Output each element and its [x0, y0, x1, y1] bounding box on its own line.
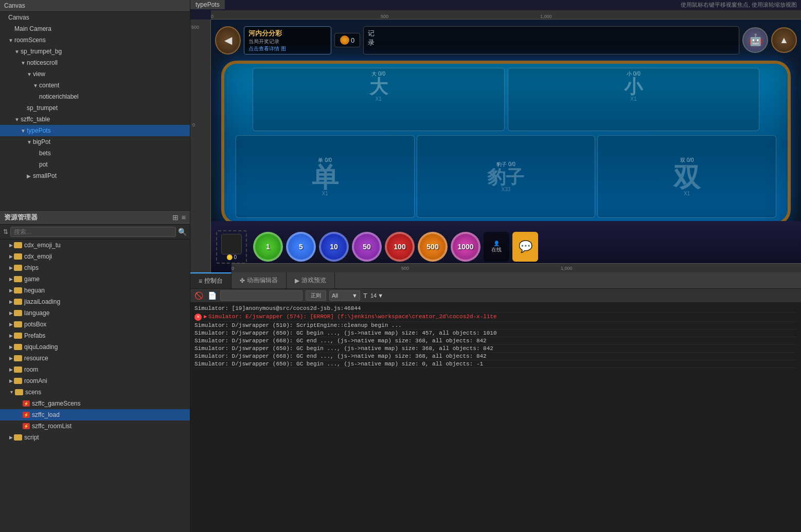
leopard-char: 豹子	[487, 168, 524, 187]
folder-icon-heguan	[14, 287, 22, 293]
sort-icon[interactable]: ⇅	[3, 228, 8, 235]
console-log-area: Simulator: [19]anonymous@src/cocos2d-jsb…	[190, 303, 801, 532]
hierarchy-item-szffc_table[interactable]: szffc_table	[0, 114, 190, 125]
game-view: typePots 使用鼠标右键平移视窗焦点, 使用滚轮缩放视图 500 0 0 …	[190, 0, 801, 272]
console-tab-icon: ≡	[199, 278, 202, 285]
asset-menu-icon[interactable]: ≡	[182, 213, 186, 222]
asset-grid-icon[interactable]: ⊞	[172, 213, 179, 222]
hierarchy-label-roomscens: roomScens	[14, 36, 46, 44]
error-indicator-1: ✕	[194, 314, 202, 321]
asset-item-game[interactable]: ▶game	[0, 273, 190, 285]
hierarchy-arrow-szffc_table	[14, 117, 21, 122]
asset-item-roomAni[interactable]: ▶roomAni	[0, 375, 190, 387]
chip-100[interactable]: 100	[385, 232, 415, 262]
asset-label-szffc_load: szffc_load	[32, 411, 60, 418]
bet-zone-leopard[interactable]: 豹子 0/0 豹子 X33	[417, 135, 596, 218]
asset-item-potsBox[interactable]: ▶potsBox	[0, 319, 190, 330]
animation-tab-icon: ✤	[240, 277, 245, 284]
chip-500[interactable]: 500	[418, 232, 448, 262]
hierarchy-item-noticerichlabel[interactable]: noticerichlabel	[0, 91, 190, 102]
asset-item-Prefabs[interactable]: ▶Prefabs	[0, 330, 190, 341]
asset-item-jiazaiLoading[interactable]: ▶jiazaiLoading	[0, 296, 190, 307]
hierarchy-item-canvas[interactable]: Canvas	[0, 12, 190, 23]
online-button[interactable]: 👤 在线	[484, 232, 509, 262]
asset-item-szffc_gameScens[interactable]: ⚡szffc_gameScens	[0, 398, 190, 409]
tab-console[interactable]: ≡ 控制台	[190, 272, 232, 288]
robot-button[interactable]: 🤖	[742, 27, 768, 53]
asset-arrow-Prefabs: ▶	[9, 333, 13, 338]
chat-button[interactable]: 💬	[512, 232, 538, 262]
asset-arrow-game: ▶	[9, 277, 13, 282]
asset-header-icons: ⊞ ≡	[172, 213, 186, 222]
asset-search-button[interactable]: 🔍	[178, 228, 187, 236]
asset-item-room[interactable]: ▶room	[0, 364, 190, 375]
hierarchy-item-smallPot[interactable]: smallPot	[0, 170, 190, 181]
expand-arrow-1[interactable]: ▶	[204, 313, 207, 320]
bet-zone-single[interactable]: 单 0/0 单 X1	[236, 135, 415, 218]
asset-item-szffc_roomList[interactable]: ⚡szffc_roomList	[0, 420, 190, 432]
back-button[interactable]: ◀	[215, 26, 241, 54]
asset-label-room: room	[24, 366, 38, 373]
hierarchy-item-main-camera[interactable]: Main Camera	[0, 23, 190, 34]
folder-icon-cdx_emoji	[14, 253, 22, 260]
hierarchy-item-bets[interactable]: bets	[0, 148, 190, 159]
hierarchy-label-bets: bets	[39, 150, 51, 157]
asset-item-qiquLoading[interactable]: ▶qiquLoading	[0, 341, 190, 353]
hierarchy-item-pot[interactable]: pot	[0, 159, 190, 170]
hierarchy-item-noticescroll[interactable]: noticescroll	[0, 57, 190, 68]
hierarchy-item-sp_trumpet_bg[interactable]: sp_trumpet_bg	[0, 46, 190, 57]
hierarchy-arrow-view	[27, 71, 33, 77]
tab-animation[interactable]: ✤ 动画编辑器	[232, 272, 287, 288]
asset-label-cdx_emoji: cdx_emoji	[24, 253, 52, 260]
hierarchy-label-pot: pot	[39, 161, 48, 168]
game-canvas-content: ◀ 河内分分彩 当局开奖记录 点击查看详情 图 0 记录 🤖	[211, 20, 801, 272]
hierarchy-item-sp_trumpet[interactable]: sp_trumpet	[0, 102, 190, 114]
chip-1000[interactable]: 1000	[451, 232, 480, 262]
chip-50[interactable]: 50	[352, 232, 382, 262]
font-size-arrow[interactable]: ▼	[378, 292, 383, 299]
folder-icon-game	[14, 276, 22, 282]
asset-search-input[interactable]	[10, 227, 176, 237]
asset-item-script[interactable]: ▶script	[0, 432, 190, 443]
back-icon: ◀	[224, 34, 232, 46]
hierarchy-item-typePots[interactable]: typePots	[0, 125, 190, 136]
console-clear-button[interactable]: 🚫	[193, 290, 204, 301]
hierarchy-item-roomscens[interactable]: roomScens	[0, 34, 190, 46]
asset-item-scens[interactable]: ▼scens	[0, 387, 190, 398]
asset-item-chips[interactable]: ▶chips	[0, 262, 190, 273]
asset-item-heguan[interactable]: ▶heguan	[0, 285, 190, 296]
console-search-input[interactable]	[220, 290, 302, 301]
chip-1[interactable]: 1	[253, 232, 283, 262]
asset-label-language: language	[24, 309, 49, 317]
up-button[interactable]: ▲	[771, 27, 797, 53]
scene-icon-szffc_roomList: ⚡	[23, 423, 30, 429]
game-detail-link[interactable]: 点击查看详情 图	[248, 45, 327, 52]
hierarchy-item-content[interactable]: content	[0, 80, 190, 91]
game-top-bar: ◀ 河内分分彩 当局开奖记录 点击查看详情 图 0 记录 🤖	[211, 22, 801, 58]
asset-arrow-roomAni: ▶	[9, 378, 13, 383]
asset-item-szffc_load[interactable]: ⚡szffc_load	[0, 409, 190, 420]
asset-item-language[interactable]: ▶language	[0, 307, 190, 319]
chip-5[interactable]: 5	[286, 232, 316, 262]
bet-zone-double[interactable]: 双 0/0 双 X1	[597, 135, 776, 218]
asset-item-resource[interactable]: ▶resource	[0, 353, 190, 364]
hierarchy-item-bigPot[interactable]: bigPot	[0, 136, 190, 148]
asset-item-cdx_emoji_tu[interactable]: ▶cdx_emoji_tu	[0, 240, 190, 251]
bet-zone-big[interactable]: 大 0/0 大 X1	[253, 68, 505, 131]
poker-table-area: 大 0/0 大 X1 小 0/0 小 X1 单 0/0	[221, 61, 791, 225]
asset-item-cdx_emoji[interactable]: ▶cdx_emoji	[0, 251, 190, 262]
hierarchy-item-view[interactable]: view	[0, 68, 190, 80]
folder-icon-qiquLoading	[14, 344, 22, 350]
console-file-button[interactable]: 📄	[207, 290, 217, 301]
filter-dropdown[interactable]: All ▼	[329, 290, 360, 301]
ruler-left: 500 0	[190, 20, 211, 272]
console-toolbar: 🚫 📄 正则 All ▼ T 14 ▼	[190, 289, 801, 303]
folder-icon-room	[14, 366, 22, 373]
hierarchy-label-typePots: typePots	[27, 127, 51, 134]
asset-label-szffc_roomList: szffc_roomList	[32, 423, 72, 430]
chip-10[interactable]: 10	[319, 232, 349, 262]
bet-zone-small[interactable]: 小 0/0 小 X1	[508, 68, 760, 131]
tab-preview[interactable]: ▶ 游戏预览	[287, 272, 335, 288]
regex-toggle[interactable]: 正则	[306, 290, 326, 301]
folder-icon-jiazaiLoading	[14, 299, 22, 305]
